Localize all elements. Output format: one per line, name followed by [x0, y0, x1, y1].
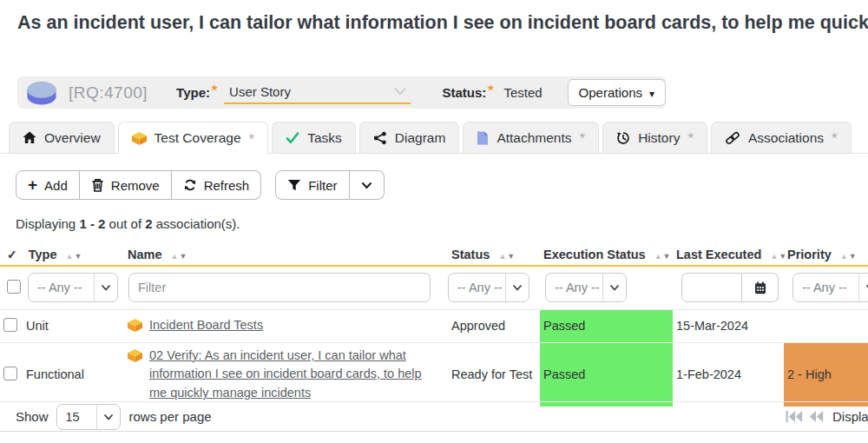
- row-checkbox[interactable]: [3, 318, 17, 332]
- summary-total: 2: [145, 216, 152, 231]
- status-cell: Ready for Test: [448, 342, 540, 407]
- column-header-name[interactable]: Name: [128, 248, 162, 261]
- page-indicator: Displaying page 1 of 1: [832, 409, 868, 424]
- show-label: Show: [16, 409, 49, 424]
- sort-arrows-icon[interactable]: ▲▼: [654, 252, 671, 261]
- chevron-down-icon: [506, 284, 529, 291]
- execution-status-filter-select[interactable]: -- Any --: [545, 273, 627, 302]
- filter-row: -- Any -- -- Any -- -- Any --: [0, 266, 868, 309]
- caret-down-icon: ▾: [649, 89, 654, 99]
- status-value: Tested: [503, 85, 542, 100]
- test-case-link[interactable]: 02 Verify: As an incident user, I can ta…: [149, 347, 422, 403]
- unsaved-asterisk-icon: *: [832, 131, 838, 146]
- type-cell: Functional: [23, 342, 124, 407]
- table-header-row: ✓ Type ▲▼ Name ▲▼ Status ▲▼ Execution St…: [0, 244, 868, 266]
- date-filter-input[interactable]: [681, 273, 742, 302]
- operations-button[interactable]: Operations ▾: [568, 79, 666, 106]
- name-filter-input[interactable]: [128, 273, 431, 302]
- remove-button[interactable]: Remove: [80, 170, 172, 200]
- chevron-down-icon: [393, 87, 407, 96]
- toolbar: + Add Remove: [16, 170, 385, 200]
- history-icon: [616, 131, 630, 145]
- sort-arrows-icon[interactable]: ▲▼: [498, 252, 515, 261]
- last-executed-cell: 1-Feb-2024: [673, 342, 784, 407]
- last-executed-cell: 15-Mar-2024: [673, 309, 784, 342]
- diagram-icon: [373, 131, 387, 145]
- column-header-last-executed[interactable]: Last Executed: [676, 248, 761, 261]
- link-icon: [725, 131, 740, 145]
- type-filter-select[interactable]: -- Any --: [28, 273, 118, 302]
- crud-button-group: + Add Remove: [16, 170, 261, 200]
- sort-arrows-icon[interactable]: ▲▼: [770, 252, 786, 261]
- page-title: As an incident user, I can tailor what i…: [17, 9, 868, 37]
- required-star-icon: ★: [487, 83, 494, 92]
- required-star-icon: ★: [211, 83, 218, 92]
- calendar-button[interactable]: [742, 273, 779, 302]
- tabstrip: Overview Test Coverage * Tasks: [9, 122, 852, 154]
- associations-table: ✓ Type ▲▼ Name ▲▼ Status ▲▼ Execution St…: [0, 244, 868, 407]
- test-case-link[interactable]: Incident Board Tests: [149, 316, 263, 335]
- trash-icon: [91, 178, 104, 192]
- status-cell: Approved: [448, 309, 540, 342]
- plus-icon: +: [28, 176, 37, 193]
- table-row: Functional 02 Verify: As an incident use…: [0, 342, 868, 407]
- select-all-checkbox[interactable]: [7, 280, 21, 294]
- priority-filter-select[interactable]: -- Any --: [792, 273, 868, 302]
- user-story-cylinder-icon: [26, 80, 57, 106]
- tab-test-coverage[interactable]: Test Coverage *: [118, 122, 269, 154]
- type-dropdown[interactable]: User Story: [224, 82, 411, 104]
- column-header-priority[interactable]: Priority: [787, 248, 832, 261]
- status-label: Status:★: [442, 85, 494, 100]
- priority-cell: 2 - High: [784, 342, 868, 407]
- filter-button-group: Filter: [275, 170, 384, 200]
- sort-arrows-icon[interactable]: ▲▼: [66, 252, 82, 261]
- sort-arrows-icon[interactable]: ▲▼: [171, 252, 187, 261]
- test-case-icon: [128, 319, 142, 332]
- column-header-status[interactable]: Status: [451, 248, 490, 261]
- artifact-header-bar: [RQ:4700] Type:★ User Story Status:★ Tes…: [17, 76, 666, 109]
- column-header-execution-status[interactable]: Execution Status: [543, 248, 646, 261]
- refresh-button[interactable]: Refresh: [172, 170, 262, 200]
- tab-overview[interactable]: Overview: [9, 122, 115, 153]
- pagination: Displaying page 1 of 1: [786, 402, 868, 431]
- chevron-down-icon: [97, 413, 120, 420]
- unsaved-asterisk-icon: *: [687, 131, 694, 146]
- chevron-down-icon: [361, 182, 372, 189]
- rows-per-page-label: rows per page: [129, 409, 212, 424]
- chevron-down-icon: [95, 284, 117, 291]
- previous-page-icon[interactable]: [809, 411, 824, 422]
- artifact-id: [RQ:4700]: [69, 83, 148, 102]
- priority-cell: [784, 309, 868, 342]
- table-footer: Show 15 rows per page Displaying page 1 …: [0, 401, 868, 432]
- type-cell: Unit: [23, 309, 124, 342]
- tab-diagram[interactable]: Diagram: [359, 122, 460, 153]
- filter-funnel-icon: [287, 179, 301, 191]
- unsaved-asterisk-icon: *: [580, 131, 586, 146]
- tab-associations[interactable]: Associations *: [711, 122, 852, 153]
- sort-arrows-icon[interactable]: ▲▼: [840, 252, 857, 261]
- select-all-check-icon[interactable]: ✓: [7, 248, 17, 261]
- status-filter-select[interactable]: -- Any --: [448, 273, 529, 302]
- page-size-select[interactable]: 15: [56, 404, 121, 430]
- filter-menu-chevron-button[interactable]: [350, 170, 385, 200]
- chevron-down-icon: [859, 284, 868, 291]
- chevron-down-icon: [603, 284, 626, 291]
- type-label: Type:★: [176, 85, 218, 100]
- tab-tasks[interactable]: Tasks: [272, 122, 356, 153]
- add-button[interactable]: + Add: [16, 170, 80, 200]
- file-icon: [477, 131, 489, 145]
- tab-attachments[interactable]: Attachments *: [463, 122, 599, 153]
- type-dropdown-value: User Story: [229, 84, 291, 99]
- row-checkbox[interactable]: [3, 367, 17, 380]
- check-icon: [286, 132, 299, 144]
- last-executed-date-filter: [681, 273, 779, 302]
- summary-range: 1 - 2: [79, 216, 105, 231]
- execution-status-cell: Passed: [540, 309, 673, 342]
- tab-history[interactable]: History *: [602, 122, 707, 153]
- first-page-icon[interactable]: [786, 411, 803, 422]
- column-header-type[interactable]: Type: [29, 248, 57, 261]
- table-row: Unit Incident Board Tests Approve: [0, 309, 868, 342]
- filter-button[interactable]: Filter: [275, 170, 349, 200]
- calendar-icon: [754, 281, 766, 294]
- execution-status-cell: Passed: [540, 342, 673, 407]
